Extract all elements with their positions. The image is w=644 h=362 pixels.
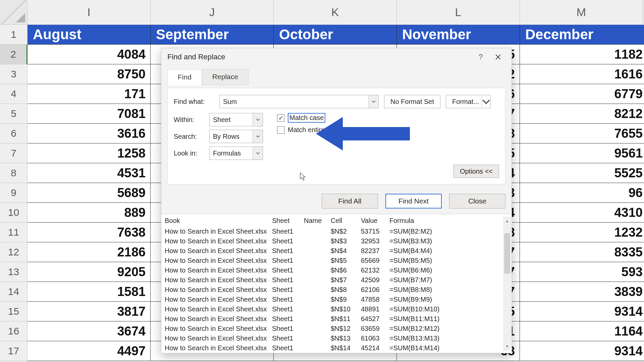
result-row[interactable]: How to Search in Excel Sheet.xlsxSheet1$… [161, 334, 512, 343]
cell-M6[interactable]: 7655 [520, 124, 644, 143]
format-button[interactable]: Format... [446, 95, 491, 108]
cell-I11[interactable]: 7638 [28, 223, 151, 242]
cell-I3[interactable]: 8750 [28, 64, 151, 84]
scroll-down-icon[interactable]: ▾ [504, 343, 511, 350]
row-number-10[interactable]: 10 [0, 203, 28, 223]
find-next-button[interactable]: Find Next [385, 194, 442, 208]
cell-I10[interactable]: 889 [28, 203, 151, 223]
row-number-1[interactable]: 1 [0, 25, 28, 45]
col-header-J[interactable]: J [151, 0, 274, 25]
match-entire-checkbox[interactable]: Match entire cell co nts [277, 126, 357, 134]
col-header-I[interactable]: I [28, 0, 151, 25]
scroll-thumb[interactable] [504, 233, 510, 274]
result-row[interactable]: How to Search in Excel Sheet.xlsxSheet1$… [161, 343, 512, 353]
result-row[interactable]: How to Search in Excel Sheet.xlsxSheet1$… [161, 275, 512, 285]
row-number-13[interactable]: 13 [0, 262, 28, 282]
cell-I9[interactable]: 5689 [28, 183, 151, 203]
cell-I4[interactable]: 171 [28, 84, 151, 104]
row-number-15[interactable]: 15 [0, 302, 28, 321]
find-all-button[interactable]: Find All [322, 194, 378, 208]
row-number-7[interactable]: 7 [0, 143, 28, 163]
cell-M16[interactable]: 1164 [520, 321, 644, 341]
cell-I5[interactable]: 7081 [28, 104, 151, 124]
col-sheet[interactable]: Sheet [272, 217, 304, 225]
row-number-6[interactable]: 6 [0, 124, 28, 143]
cell-I17[interactable]: 4497 [28, 341, 151, 361]
result-row[interactable]: How to Search in Excel Sheet.xlsxSheet1$… [161, 285, 512, 295]
result-row[interactable]: How to Search in Excel Sheet.xlsxSheet1$… [161, 304, 512, 314]
cell-I15[interactable]: 3817 [28, 302, 151, 321]
chevron-down-icon[interactable] [482, 95, 490, 108]
chevron-down-icon[interactable] [253, 113, 263, 126]
result-row[interactable]: How to Search in Excel Sheet.xlsxSheet1$… [161, 256, 512, 265]
col-name[interactable]: Name [304, 217, 331, 225]
match-case-checkbox[interactable]: Match case [277, 113, 357, 123]
cell-M14[interactable]: 3839 [520, 282, 644, 302]
no-format-set-button[interactable]: No Format Set [384, 95, 440, 108]
select-all-corner[interactable] [0, 0, 28, 25]
row-number-2[interactable]: 2 [0, 45, 28, 64]
cell-K1[interactable]: October [274, 25, 397, 45]
cell-I2[interactable]: 4084 [28, 45, 151, 64]
cell-M1[interactable]: December [520, 25, 644, 45]
col-cell[interactable]: Cell [331, 217, 361, 225]
row-number-17[interactable]: 17 [0, 341, 28, 361]
cell-M17[interactable]: 9314 [520, 341, 644, 361]
results-scrollbar[interactable]: ▴ ▾ [503, 217, 511, 350]
cell-J1[interactable]: September [151, 25, 274, 45]
chevron-down-icon[interactable] [253, 147, 263, 160]
cell-I6[interactable]: 3616 [28, 124, 151, 143]
cell-M5[interactable]: 8212 [520, 104, 644, 124]
result-row[interactable]: How to Search in Excel Sheet.xlsxSheet1$… [161, 236, 512, 246]
cell-L1[interactable]: November [397, 25, 520, 45]
row-number-11[interactable]: 11 [0, 223, 28, 242]
cell-I16[interactable]: 3674 [28, 321, 151, 341]
close-button[interactable]: Close [449, 194, 505, 208]
cell-I14[interactable]: 1581 [28, 282, 151, 302]
dialog-titlebar[interactable]: Find and Replace ? [161, 48, 512, 66]
col-formula[interactable]: Formula [389, 217, 510, 225]
cell-M9[interactable]: 96 [520, 183, 644, 203]
col-header-K[interactable]: K [274, 0, 397, 25]
find-what-input[interactable]: Sum [219, 95, 379, 108]
row-number-9[interactable]: 9 [0, 183, 28, 203]
close-icon[interactable] [489, 50, 507, 64]
row-number-4[interactable]: 4 [0, 84, 28, 104]
cell-M13[interactable]: 593 [520, 262, 644, 282]
cell-M2[interactable]: 1182 [520, 45, 644, 64]
col-header-L[interactable]: L [397, 0, 520, 25]
cell-M10[interactable]: 4310 [520, 203, 644, 223]
chevron-down-icon[interactable] [368, 95, 378, 108]
cell-M15[interactable]: 9314 [520, 302, 644, 321]
cell-I1[interactable]: August [28, 25, 151, 45]
result-row[interactable]: How to Search in Excel Sheet.xlsxSheet1$… [161, 246, 512, 256]
tab-replace[interactable]: Replace [202, 69, 249, 85]
scroll-up-icon[interactable]: ▴ [504, 217, 511, 225]
row-number-5[interactable]: 5 [0, 104, 28, 124]
row-number-12[interactable]: 12 [0, 242, 28, 262]
within-select[interactable]: Sheet [209, 113, 263, 126]
col-header-M[interactable]: M [520, 0, 643, 25]
cell-I12[interactable]: 2186 [28, 242, 151, 262]
result-row[interactable]: How to Search in Excel Sheet.xlsxSheet1$… [161, 227, 512, 236]
options-button[interactable]: Options << [453, 165, 499, 178]
row-number-16[interactable]: 16 [0, 321, 28, 341]
lookin-select[interactable]: Formulas [209, 146, 263, 160]
col-book[interactable]: Book [165, 217, 272, 225]
cell-M3[interactable]: 1616 [520, 64, 644, 84]
row-number-14[interactable]: 14 [0, 282, 28, 302]
tab-find[interactable]: Find [167, 69, 202, 85]
search-select[interactable]: By Rows [209, 130, 263, 143]
col-value[interactable]: Value [361, 217, 389, 225]
result-row[interactable]: How to Search in Excel Sheet.xlsxSheet1$… [161, 295, 512, 304]
result-row[interactable]: How to Search in Excel Sheet.xlsxSheet1$… [161, 324, 512, 334]
cell-I13[interactable]: 9205 [28, 262, 151, 282]
cell-M11[interactable]: 1232 [520, 223, 644, 242]
row-number-3[interactable]: 3 [0, 64, 28, 84]
cell-M7[interactable]: 9561 [520, 143, 644, 163]
cell-M12[interactable]: 8335 [520, 242, 644, 262]
cell-M4[interactable]: 6779 [520, 84, 644, 104]
cell-M8[interactable]: 5525 [520, 163, 644, 183]
help-button[interactable]: ? [472, 50, 489, 64]
cell-I8[interactable]: 4531 [28, 163, 151, 183]
